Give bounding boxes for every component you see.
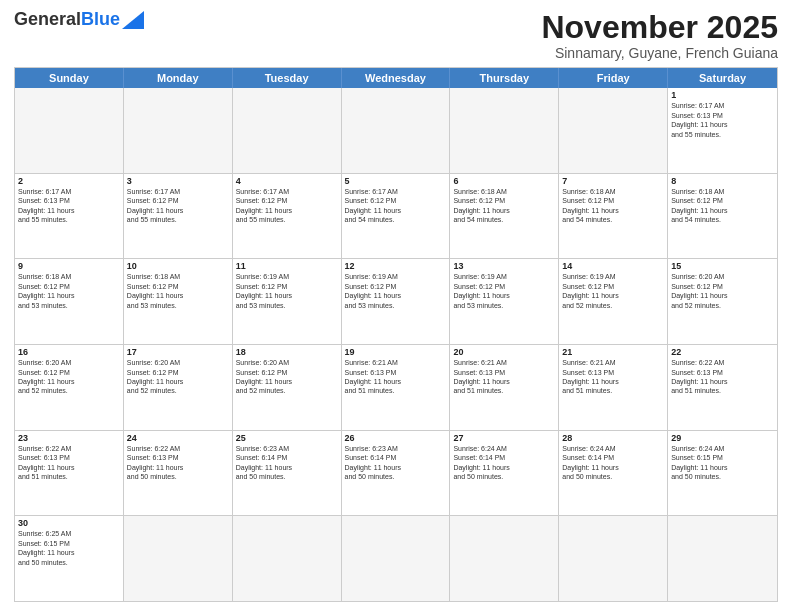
calendar-row: 2Sunrise: 6:17 AM Sunset: 6:13 PM Daylig… <box>15 173 777 259</box>
cell-info: Sunrise: 6:17 AM Sunset: 6:13 PM Dayligh… <box>18 188 74 223</box>
title-block: November 2025 Sinnamary, Guyane, French … <box>541 10 778 61</box>
calendar-cell <box>124 516 233 601</box>
calendar-cell: 7Sunrise: 6:18 AM Sunset: 6:12 PM Daylig… <box>559 174 668 259</box>
calendar-cell: 27Sunrise: 6:24 AM Sunset: 6:14 PM Dayli… <box>450 431 559 516</box>
cell-info: Sunrise: 6:19 AM Sunset: 6:12 PM Dayligh… <box>562 273 618 308</box>
calendar-cell: 16Sunrise: 6:20 AM Sunset: 6:12 PM Dayli… <box>15 345 124 430</box>
calendar-body: 1Sunrise: 6:17 AM Sunset: 6:13 PM Daylig… <box>15 88 777 601</box>
calendar-cell <box>233 516 342 601</box>
day-number: 3 <box>127 176 229 186</box>
cell-info: Sunrise: 6:17 AM Sunset: 6:12 PM Dayligh… <box>236 188 292 223</box>
day-number: 17 <box>127 347 229 357</box>
day-number: 21 <box>562 347 664 357</box>
calendar-cell <box>342 88 451 173</box>
calendar-cell: 29Sunrise: 6:24 AM Sunset: 6:15 PM Dayli… <box>668 431 777 516</box>
calendar-cell: 12Sunrise: 6:19 AM Sunset: 6:12 PM Dayli… <box>342 259 451 344</box>
cell-info: Sunrise: 6:19 AM Sunset: 6:12 PM Dayligh… <box>345 273 401 308</box>
cell-info: Sunrise: 6:17 AM Sunset: 6:13 PM Dayligh… <box>671 102 727 137</box>
weekday-header: Sunday <box>15 68 124 88</box>
weekday-header: Monday <box>124 68 233 88</box>
calendar-cell <box>559 88 668 173</box>
day-number: 1 <box>671 90 774 100</box>
cell-info: Sunrise: 6:21 AM Sunset: 6:13 PM Dayligh… <box>562 359 618 394</box>
cell-info: Sunrise: 6:18 AM Sunset: 6:12 PM Dayligh… <box>562 188 618 223</box>
month-title: November 2025 <box>541 10 778 45</box>
day-number: 22 <box>671 347 774 357</box>
calendar-cell <box>233 88 342 173</box>
day-number: 23 <box>18 433 120 443</box>
weekday-header: Saturday <box>668 68 777 88</box>
day-number: 19 <box>345 347 447 357</box>
svg-marker-0 <box>122 11 144 29</box>
day-number: 9 <box>18 261 120 271</box>
day-number: 10 <box>127 261 229 271</box>
calendar-row: 1Sunrise: 6:17 AM Sunset: 6:13 PM Daylig… <box>15 88 777 173</box>
calendar-cell: 13Sunrise: 6:19 AM Sunset: 6:12 PM Dayli… <box>450 259 559 344</box>
cell-info: Sunrise: 6:21 AM Sunset: 6:13 PM Dayligh… <box>345 359 401 394</box>
cell-info: Sunrise: 6:22 AM Sunset: 6:13 PM Dayligh… <box>127 445 183 480</box>
cell-info: Sunrise: 6:20 AM Sunset: 6:12 PM Dayligh… <box>671 273 727 308</box>
day-number: 16 <box>18 347 120 357</box>
day-number: 11 <box>236 261 338 271</box>
calendar-row: 23Sunrise: 6:22 AM Sunset: 6:13 PM Dayli… <box>15 430 777 516</box>
day-number: 28 <box>562 433 664 443</box>
cell-info: Sunrise: 6:20 AM Sunset: 6:12 PM Dayligh… <box>127 359 183 394</box>
cell-info: Sunrise: 6:22 AM Sunset: 6:13 PM Dayligh… <box>671 359 727 394</box>
logo-triangle-icon <box>122 11 144 29</box>
calendar-cell: 10Sunrise: 6:18 AM Sunset: 6:12 PM Dayli… <box>124 259 233 344</box>
day-number: 12 <box>345 261 447 271</box>
calendar-cell: 14Sunrise: 6:19 AM Sunset: 6:12 PM Dayli… <box>559 259 668 344</box>
cell-info: Sunrise: 6:20 AM Sunset: 6:12 PM Dayligh… <box>18 359 74 394</box>
cell-info: Sunrise: 6:17 AM Sunset: 6:12 PM Dayligh… <box>127 188 183 223</box>
calendar-cell: 6Sunrise: 6:18 AM Sunset: 6:12 PM Daylig… <box>450 174 559 259</box>
weekday-header: Wednesday <box>342 68 451 88</box>
calendar-cell <box>342 516 451 601</box>
calendar-cell: 21Sunrise: 6:21 AM Sunset: 6:13 PM Dayli… <box>559 345 668 430</box>
day-number: 24 <box>127 433 229 443</box>
day-number: 18 <box>236 347 338 357</box>
calendar-cell: 23Sunrise: 6:22 AM Sunset: 6:13 PM Dayli… <box>15 431 124 516</box>
calendar-cell <box>15 88 124 173</box>
cell-info: Sunrise: 6:22 AM Sunset: 6:13 PM Dayligh… <box>18 445 74 480</box>
cell-info: Sunrise: 6:24 AM Sunset: 6:14 PM Dayligh… <box>562 445 618 480</box>
weekday-header: Tuesday <box>233 68 342 88</box>
header: GeneralBlue November 2025 Sinnamary, Guy… <box>14 10 778 61</box>
calendar-cell <box>450 88 559 173</box>
calendar-cell <box>124 88 233 173</box>
calendar-cell: 22Sunrise: 6:22 AM Sunset: 6:13 PM Dayli… <box>668 345 777 430</box>
calendar-cell: 20Sunrise: 6:21 AM Sunset: 6:13 PM Dayli… <box>450 345 559 430</box>
day-number: 13 <box>453 261 555 271</box>
cell-info: Sunrise: 6:18 AM Sunset: 6:12 PM Dayligh… <box>127 273 183 308</box>
calendar-cell <box>668 516 777 601</box>
calendar: SundayMondayTuesdayWednesdayThursdayFrid… <box>14 67 778 602</box>
calendar-row: 30Sunrise: 6:25 AM Sunset: 6:15 PM Dayli… <box>15 515 777 601</box>
calendar-cell: 17Sunrise: 6:20 AM Sunset: 6:12 PM Dayli… <box>124 345 233 430</box>
calendar-cell: 24Sunrise: 6:22 AM Sunset: 6:13 PM Dayli… <box>124 431 233 516</box>
calendar-cell: 8Sunrise: 6:18 AM Sunset: 6:12 PM Daylig… <box>668 174 777 259</box>
day-number: 7 <box>562 176 664 186</box>
calendar-cell: 18Sunrise: 6:20 AM Sunset: 6:12 PM Dayli… <box>233 345 342 430</box>
cell-info: Sunrise: 6:18 AM Sunset: 6:12 PM Dayligh… <box>671 188 727 223</box>
day-number: 29 <box>671 433 774 443</box>
cell-info: Sunrise: 6:17 AM Sunset: 6:12 PM Dayligh… <box>345 188 401 223</box>
logo-text: GeneralBlue <box>14 10 120 30</box>
day-number: 15 <box>671 261 774 271</box>
logo: GeneralBlue <box>14 10 144 30</box>
cell-info: Sunrise: 6:18 AM Sunset: 6:12 PM Dayligh… <box>18 273 74 308</box>
cell-info: Sunrise: 6:24 AM Sunset: 6:14 PM Dayligh… <box>453 445 509 480</box>
calendar-cell <box>559 516 668 601</box>
page: GeneralBlue November 2025 Sinnamary, Guy… <box>0 0 792 612</box>
logo-blue: Blue <box>81 9 120 29</box>
weekday-header: Friday <box>559 68 668 88</box>
cell-info: Sunrise: 6:19 AM Sunset: 6:12 PM Dayligh… <box>453 273 509 308</box>
calendar-cell: 5Sunrise: 6:17 AM Sunset: 6:12 PM Daylig… <box>342 174 451 259</box>
calendar-cell: 11Sunrise: 6:19 AM Sunset: 6:12 PM Dayli… <box>233 259 342 344</box>
cell-info: Sunrise: 6:21 AM Sunset: 6:13 PM Dayligh… <box>453 359 509 394</box>
day-number: 4 <box>236 176 338 186</box>
day-number: 25 <box>236 433 338 443</box>
calendar-cell: 1Sunrise: 6:17 AM Sunset: 6:13 PM Daylig… <box>668 88 777 173</box>
day-number: 5 <box>345 176 447 186</box>
day-number: 14 <box>562 261 664 271</box>
cell-info: Sunrise: 6:24 AM Sunset: 6:15 PM Dayligh… <box>671 445 727 480</box>
calendar-cell: 19Sunrise: 6:21 AM Sunset: 6:13 PM Dayli… <box>342 345 451 430</box>
